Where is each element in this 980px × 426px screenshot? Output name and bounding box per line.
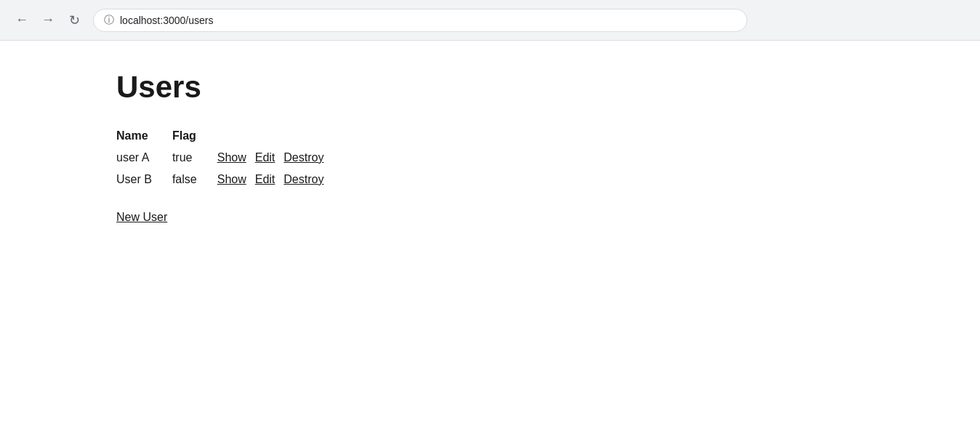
- user-flag: false: [172, 169, 217, 190]
- column-header-flag: Flag: [172, 125, 217, 147]
- edit-link-user-a[interactable]: Edit: [255, 151, 276, 164]
- url-text: localhost:3000/users: [120, 15, 213, 26]
- user-actions: Show Edit Destroy: [217, 147, 350, 169]
- show-link-user-b[interactable]: Show: [217, 173, 246, 186]
- new-user-link[interactable]: New User: [116, 211, 167, 223]
- show-link-user-a[interactable]: Show: [217, 151, 246, 164]
- user-name: user A: [116, 147, 172, 169]
- browser-chrome: ← → ↻ ⓘ localhost:3000/users: [0, 0, 980, 41]
- user-name: User B: [116, 169, 172, 190]
- back-button[interactable]: ←: [12, 10, 32, 31]
- reload-button[interactable]: ↻: [64, 10, 84, 31]
- user-actions: Show Edit Destroy: [217, 169, 350, 190]
- forward-button[interactable]: →: [38, 10, 58, 31]
- info-icon: ⓘ: [104, 14, 114, 27]
- column-header-actions: [217, 125, 350, 147]
- table-row: User B false Show Edit Destroy: [116, 169, 350, 190]
- edit-link-user-b[interactable]: Edit: [255, 173, 276, 186]
- address-bar[interactable]: ⓘ localhost:3000/users: [93, 9, 747, 32]
- page-title: Users: [116, 70, 864, 105]
- page-content: Users Name Flag user A true Show Edit De…: [0, 41, 980, 253]
- table-row: user A true Show Edit Destroy: [116, 147, 350, 169]
- column-header-name: Name: [116, 125, 172, 147]
- users-table: Name Flag user A true Show Edit Destroy …: [116, 125, 350, 190]
- nav-buttons: ← → ↻: [12, 10, 84, 31]
- destroy-link-user-a[interactable]: Destroy: [284, 151, 324, 164]
- destroy-link-user-b[interactable]: Destroy: [284, 173, 324, 186]
- user-flag: true: [172, 147, 217, 169]
